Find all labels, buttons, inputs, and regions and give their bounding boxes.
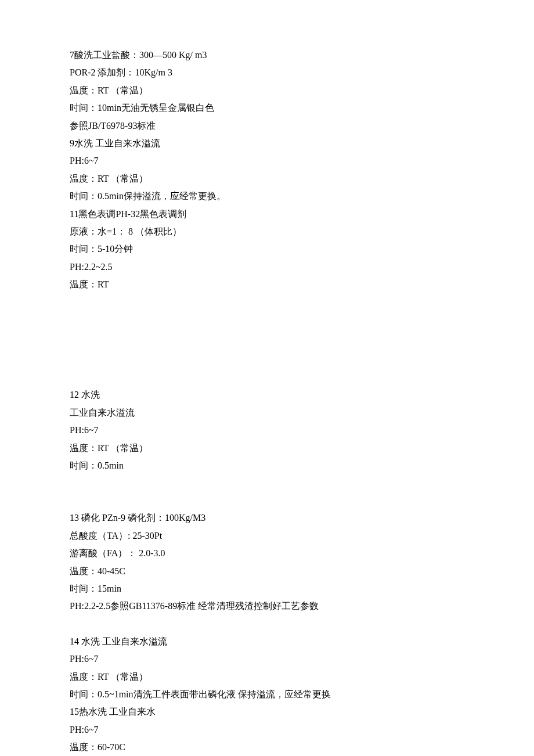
text-line: 时间：10min无油无锈呈金属银白色 <box>70 99 464 117</box>
text-line: 时间：0.5min保持溢流，应经常更换。 <box>70 188 464 205</box>
section-14-15: 14 水洗 工业自来水溢流 PH:6~7 温度：RT （常温） 时间：0.5~1… <box>70 633 464 756</box>
text-line: PH:2.2-2.5参照GB11376-89标准 经常清理残渣控制好工艺参数 <box>70 597 464 615</box>
text-line: PH:2.2~2.5 <box>70 258 464 276</box>
text-line: 时间：5-10分钟 <box>70 240 464 258</box>
text-line: 温度：RT （常温） <box>70 668 464 686</box>
text-line: PH:6~7 <box>70 152 464 170</box>
text-line: 参照JB/T6978-93标准 <box>70 117 464 135</box>
text-line: 15热水洗 工业自来水 <box>70 703 464 721</box>
text-line: PH:6~7 <box>70 721 464 739</box>
text-line: 温度：RT <box>70 276 464 293</box>
text-line: PH:6~7 <box>70 650 464 668</box>
text-line: 原液：水=1： 8 （体积比） <box>70 223 464 240</box>
spacing-gap <box>70 293 464 386</box>
text-line: 时间：0.5~1min清洗工件表面带出磷化液 保持溢流，应经常更换 <box>70 686 464 703</box>
text-line: 温度：RT （常温） <box>70 170 464 188</box>
text-line: 14 水洗 工业自来水溢流 <box>70 633 464 650</box>
section-12: 12 水洗 工业自来水溢流 PH:6~7 温度：RT （常温） 时间：0.5mi… <box>70 386 464 474</box>
spacing-gap <box>70 615 464 633</box>
spacing-gap <box>70 474 464 509</box>
text-line: 13 磷化 PZn-9 磷化剂：100Kg/M3 <box>70 509 464 527</box>
text-line: 12 水洗 <box>70 386 464 404</box>
section-7-9-11: 7酸洗工业盐酸：300—500 Kg/ m3 POR-2 添加剂：10Kg/m … <box>70 46 464 293</box>
text-line: 时间：0.5min <box>70 457 464 474</box>
text-line: 时间：15min <box>70 580 464 597</box>
text-line: 工业自来水溢流 <box>70 404 464 422</box>
text-line: POR-2 添加剂：10Kg/m 3 <box>70 64 464 81</box>
section-13: 13 磷化 PZn-9 磷化剂：100Kg/M3 总酸度（TA）: 25-30P… <box>70 509 464 615</box>
text-line: 温度：RT （常温） <box>70 440 464 457</box>
text-line: PH:6~7 <box>70 422 464 439</box>
text-line: 温度：40-45C <box>70 563 464 580</box>
text-line: 9水洗 工业自来水溢流 <box>70 135 464 152</box>
text-line: 温度：60-70C <box>70 739 464 756</box>
text-line: 温度：RT （常温） <box>70 82 464 99</box>
text-line: 7酸洗工业盐酸：300—500 Kg/ m3 <box>70 46 464 64</box>
text-line: 游离酸（FA）： 2.0-3.0 <box>70 545 464 562</box>
text-line: 总酸度（TA）: 25-30Pt <box>70 527 464 545</box>
text-line: 11黑色表调PH-32黑色表调剂 <box>70 206 464 223</box>
